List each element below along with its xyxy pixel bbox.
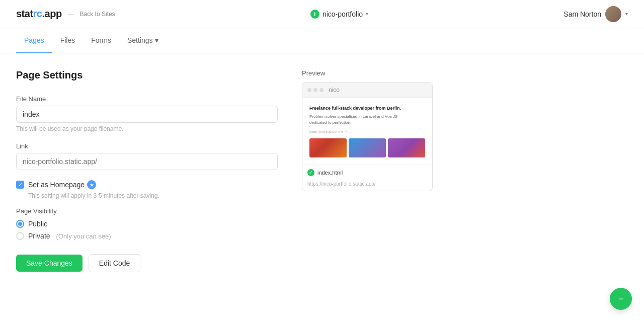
radio-private[interactable] <box>16 232 24 240</box>
preview-status-icon: ✓ <box>307 169 314 176</box>
user-chevron-icon: ▾ <box>625 11 628 17</box>
file-name-hint: This will be used as your page filename. <box>16 125 278 132</box>
preview-thumb-3 <box>388 138 425 157</box>
avatar-image <box>605 6 621 22</box>
logo-part2: .app <box>42 8 61 19</box>
logo-part1: stat <box>16 8 33 19</box>
fab-button[interactable]: − <box>610 288 632 288</box>
tab-forms[interactable]: Forms <box>83 28 119 53</box>
preview-url: https://nico-portfolio.static.app/ <box>302 180 432 191</box>
site-name: nico-portfolio <box>323 10 363 18</box>
nav-tabs: Pages Files Forms Settings ▾ <box>0 28 644 53</box>
link-input[interactable] <box>16 153 278 170</box>
site-chevron-icon: ▾ <box>366 11 368 17</box>
header-separator: — <box>68 11 74 18</box>
logo: statrc.app <box>16 8 62 20</box>
homepage-checkbox[interactable]: ✓ <box>16 181 24 189</box>
preview-browser-bar: nico <box>302 83 432 98</box>
site-status-icon: i <box>310 10 319 19</box>
back-text: Back to Sites <box>80 11 115 18</box>
checkmark-icon: ✓ <box>18 182 23 188</box>
preview-panel: Preview nico Freelance full-stack develo… <box>302 69 433 272</box>
browser-dot-2 <box>313 88 317 92</box>
link-label: Link <box>16 142 278 150</box>
browser-dots <box>307 88 324 92</box>
homepage-label: Set as Homepage ★ <box>28 180 96 189</box>
tab-pages[interactable]: Pages <box>16 28 52 53</box>
edit-code-button[interactable]: Edit Code <box>89 254 140 272</box>
logo-accent: rc <box>33 8 42 19</box>
visibility-group: Page Visibility Public Private (Only you… <box>16 207 278 240</box>
button-row: Save Changes Edit Code <box>16 254 278 272</box>
form-section: Page Settings File Name This will be use… <box>16 69 278 272</box>
user-menu[interactable]: Sam Norton ▾ <box>564 6 628 22</box>
back-to-sites-link[interactable]: Back to Sites <box>80 11 115 18</box>
header-left: statrc.app — Back to Sites <box>16 8 115 20</box>
user-name: Sam Norton <box>564 10 601 18</box>
preview-thumbnails <box>309 138 425 157</box>
preview-card: nico Freelance full-stack developer from… <box>302 82 433 191</box>
preview-filename: index.html <box>317 170 343 176</box>
homepage-star-icon: ★ <box>87 180 96 189</box>
browser-dot-1 <box>307 88 311 92</box>
radio-private-row: Private (Only you can see) <box>16 232 278 240</box>
homepage-hint: This setting will apply in 3-5 minutes a… <box>28 192 278 199</box>
preview-footer: ✓ index.html <box>302 165 432 180</box>
preview-content: Freelance full-stack developer from Berl… <box>302 98 432 165</box>
preview-headline: Freelance full-stack developer from Berl… <box>309 105 425 112</box>
settings-chevron-icon: ▾ <box>155 36 158 44</box>
avatar <box>605 6 621 22</box>
preview-thumb-1 <box>309 138 347 157</box>
visibility-label: Page Visibility <box>16 207 278 215</box>
link-field-group: Link <box>16 142 278 170</box>
file-name-field-group: File Name This will be used as your page… <box>16 95 278 132</box>
preview-site-name: nico <box>329 87 340 94</box>
preview-cta: Learn more about me → <box>309 130 425 133</box>
homepage-checkbox-row: ✓ Set as Homepage ★ <box>16 180 278 189</box>
page-title: Page Settings <box>16 69 278 81</box>
radio-dot <box>18 222 22 226</box>
main-content: Page Settings File Name This will be use… <box>0 53 553 288</box>
radio-private-hint: (Only you can see) <box>56 232 111 240</box>
preview-label: Preview <box>302 69 433 77</box>
tab-settings[interactable]: Settings ▾ <box>119 28 167 53</box>
file-name-label: File Name <box>16 95 278 103</box>
tab-files[interactable]: Files <box>52 28 84 53</box>
radio-public-row: Public <box>16 220 278 228</box>
file-name-input[interactable] <box>16 106 278 123</box>
header: statrc.app — Back to Sites i nico-portfo… <box>0 0 644 28</box>
preview-subtext: Problem solver specialised in Laravel an… <box>309 114 425 126</box>
save-changes-button[interactable]: Save Changes <box>16 255 83 272</box>
preview-thumb-2 <box>349 138 386 157</box>
browser-dot-3 <box>319 88 324 92</box>
radio-private-label: Private <box>28 232 50 240</box>
radio-public[interactable] <box>16 220 24 228</box>
radio-public-label: Public <box>28 220 47 228</box>
site-selector[interactable]: i nico-portfolio ▾ <box>306 8 372 21</box>
